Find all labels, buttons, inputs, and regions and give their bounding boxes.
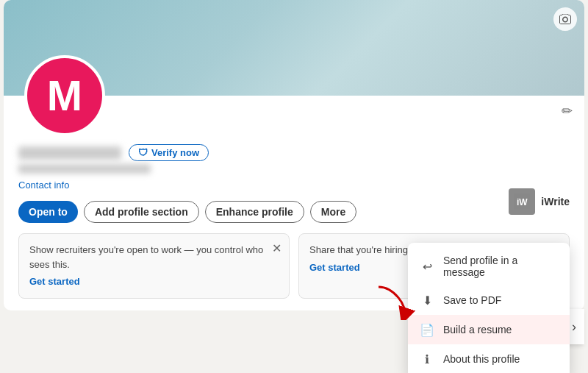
add-profile-section-button[interactable]: Add profile section — [84, 201, 199, 223]
verify-button[interactable]: 🛡 Verify now — [129, 144, 209, 161]
iwrite-panel: iW iWrite — [509, 188, 570, 215]
about-profile-icon: ℹ — [420, 352, 434, 366]
profile-card: M ✏ iW iWrite 🛡 Verify now Contact info … — [4, 0, 584, 310]
edit-profile-button[interactable]: ✏ — [562, 103, 573, 119]
build-resume-label: Build a resume — [443, 324, 512, 335]
open-to-work-text: Show recruiters you're open to work — yo… — [29, 244, 263, 270]
about-profile-label: About this profile — [443, 353, 520, 365]
close-open-to-work-button[interactable]: ✕ — [272, 240, 282, 257]
open-to-button[interactable]: Open to — [18, 201, 78, 223]
svg-text:iW: iW — [517, 197, 528, 207]
save-to-pdf-item[interactable]: ⬇ Save to PDF — [408, 285, 570, 315]
build-resume-icon: 📄 — [420, 322, 434, 337]
iwrite-label: iWrite — [541, 196, 570, 207]
contact-info-link[interactable]: Contact info — [18, 180, 69, 191]
verify-label: Verify now — [151, 147, 199, 158]
build-resume-item[interactable]: 📄 Build a resume — [408, 315, 570, 344]
name-blur — [18, 146, 121, 160]
subtitle-blur — [18, 164, 151, 174]
send-profile-message-item[interactable]: ↩ Send profile in a message — [408, 247, 570, 285]
verify-icon: 🛡 — [138, 147, 148, 158]
send-profile-message-label: Send profile in a message — [443, 255, 558, 278]
iwrite-avatar: iW — [509, 188, 535, 215]
profile-info: 🛡 Verify now Contact info — [4, 132, 584, 201]
save-pdf-icon: ⬇ — [420, 293, 434, 308]
save-to-pdf-label: Save to PDF — [443, 294, 501, 306]
send-message-icon: ↩ — [420, 259, 434, 274]
action-buttons-row: Open to Add profile section Enhance prof… — [4, 201, 584, 233]
avatar: M — [24, 55, 105, 136]
enhance-profile-button[interactable]: Enhance profile — [205, 201, 304, 223]
more-dropdown-menu: ↩ Send profile in a message ⬇ Save to PD… — [408, 243, 570, 373]
name-row: 🛡 Verify now — [18, 144, 570, 161]
more-button[interactable]: More — [310, 201, 356, 223]
about-profile-item[interactable]: ℹ About this profile — [408, 344, 570, 373]
banner-camera-button[interactable] — [553, 7, 577, 31]
open-to-work-card: ✕ Show recruiters you're open to work — … — [18, 233, 290, 299]
open-to-work-cta[interactable]: Get started — [29, 274, 279, 289]
avatar-letter: M — [47, 74, 82, 117]
